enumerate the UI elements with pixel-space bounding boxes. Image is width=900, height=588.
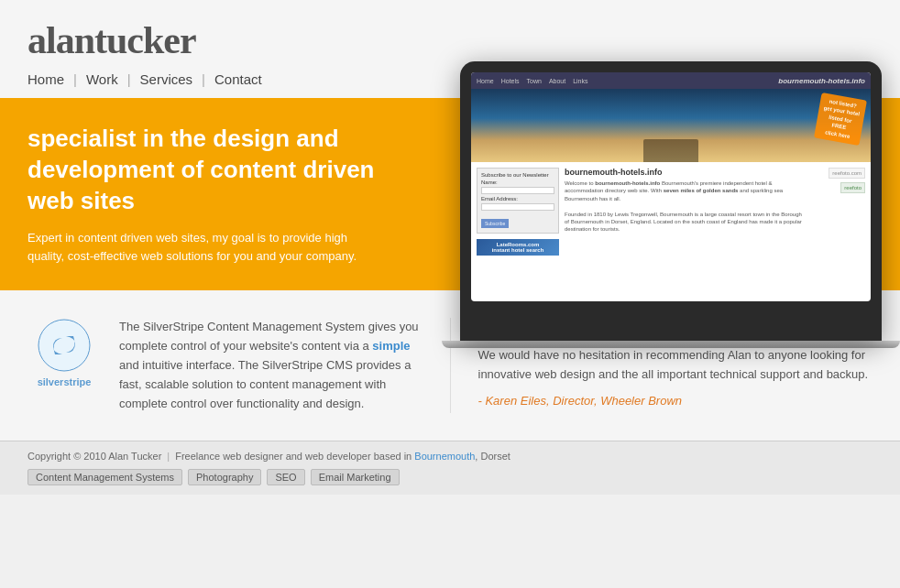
screen-sidebar: Subscribe to our Newsletter Name: Email … [477,168,559,296]
screen-nav-home: Home [477,78,494,84]
screen-nav-about: About [549,78,565,84]
silverstripe-section: silverstripe The SilverStripe Content Ma… [27,318,451,413]
footer-tagline: Freelance web designer and web developer… [175,451,510,462]
testimonial-author: - Karen Eiles, Director, Wheeler Brown [478,394,873,408]
screen-logo-reeproto: reefoto [840,182,865,193]
nav-sep-3: | [202,71,205,87]
screen-email-input [481,203,554,211]
laptop-screen: Home Hotels Town About Links bournemouth… [471,72,871,301]
screen-main-title: bournemouth-hotels.info [565,168,805,177]
screen-form-title: Subscribe to our Newsletter [481,172,554,178]
screen-site-title: bournemouth-hotels.info [778,77,865,85]
screen-nav-town: Town [527,78,542,84]
screen-right-panel: reefoto.com reefoto [810,168,865,296]
copyright-text: Copyright © 2010 Alan Tucker [27,451,161,462]
screen-name-input [481,187,554,194]
screen-ad: LateRooms.cominstant hotel search [477,239,559,256]
footer-copyright-line: Copyright © 2010 Alan Tucker | Freelance… [27,451,873,462]
footer-tag-email-marketing[interactable]: Email Marketing [311,469,400,485]
footer-tag-photography[interactable]: Photography [188,469,261,485]
page-wrapper: alantucker Home | Work | Services | Cont… [0,0,900,588]
silverstripe-icon [37,318,92,373]
laptop-base [442,341,900,348]
screen-nav-links: Links [573,78,587,84]
nav-contact[interactable]: Contact [214,71,262,87]
screen-name-label: Name: [481,180,554,185]
nav-sep-1: | [73,71,77,87]
screen-hero-image: not listed?get your hotellisted forFREEc… [471,89,871,162]
silverstripe-logo-text: silverstripe [38,376,92,387]
hero-title: specialist in the design and development… [27,124,385,216]
screen-main-text: Welcome to bournemouth-hotels.info Bourn… [565,180,805,234]
laptop-mockup: Home Hotels Town About Links bournemouth… [460,61,882,354]
nav-work[interactable]: Work [86,71,118,87]
screen-subscribe-form: Subscribe to our Newsletter Name: Email … [477,168,559,234]
screen-subscribe-btn: Subscribe [481,219,509,228]
screen-promo-badge: not listed?get your hotellisted forFREEc… [814,93,867,146]
nav-sep-2: | [127,71,131,87]
hero-description: Expert in content driven web sites, my g… [27,229,385,265]
screen-logo-reefoto: reefoto.com [829,168,865,179]
silverstripe-highlight-simple: simple [372,339,410,353]
screen-content: Subscribe to our Newsletter Name: Email … [471,162,871,301]
screen-topbar: Home Hotels Town About Links bournemouth… [471,72,871,89]
laptop-outer: Home Hotels Town About Links bournemouth… [460,61,882,341]
footer: Copyright © 2010 Alan Tucker | Freelance… [0,441,900,495]
silverstripe-logo: silverstripe [27,318,101,387]
nav-services[interactable]: Services [140,71,193,87]
screen-ad-text: LateRooms.cominstant hotel search [492,242,544,253]
screen-main: bournemouth-hotels.info Welcome to bourn… [565,168,805,296]
screen-nav-hotels: Hotels [501,78,520,84]
footer-tags: Content Management Systems Photography S… [27,469,873,485]
hero-text: specialist in the design and development… [0,98,412,290]
hero-section: specialist in the design and development… [0,98,900,290]
nav-home[interactable]: Home [27,71,64,87]
footer-bournemouth-link[interactable]: Bournemouth [414,451,475,462]
footer-tag-cms[interactable]: Content Management Systems [27,469,182,485]
screen-email-label: Email Address: [481,196,554,201]
svg-point-0 [38,320,90,371]
footer-tag-seo[interactable]: SEO [267,469,304,485]
logo: alantucker [27,18,873,62]
silverstripe-description: The SilverStripe Content Management Syst… [119,318,423,413]
footer-separator: | [167,451,170,462]
